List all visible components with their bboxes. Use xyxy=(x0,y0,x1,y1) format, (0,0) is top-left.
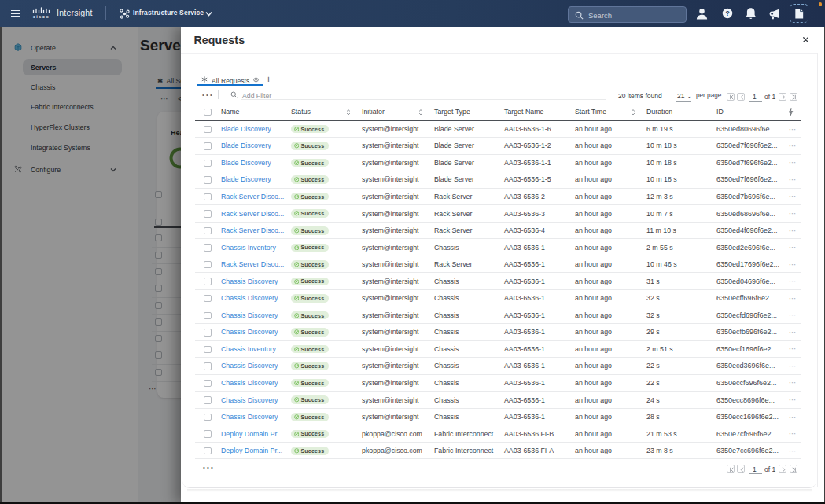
svg-text:?: ? xyxy=(725,9,729,17)
svg-text:cisco: cisco xyxy=(33,14,50,19)
